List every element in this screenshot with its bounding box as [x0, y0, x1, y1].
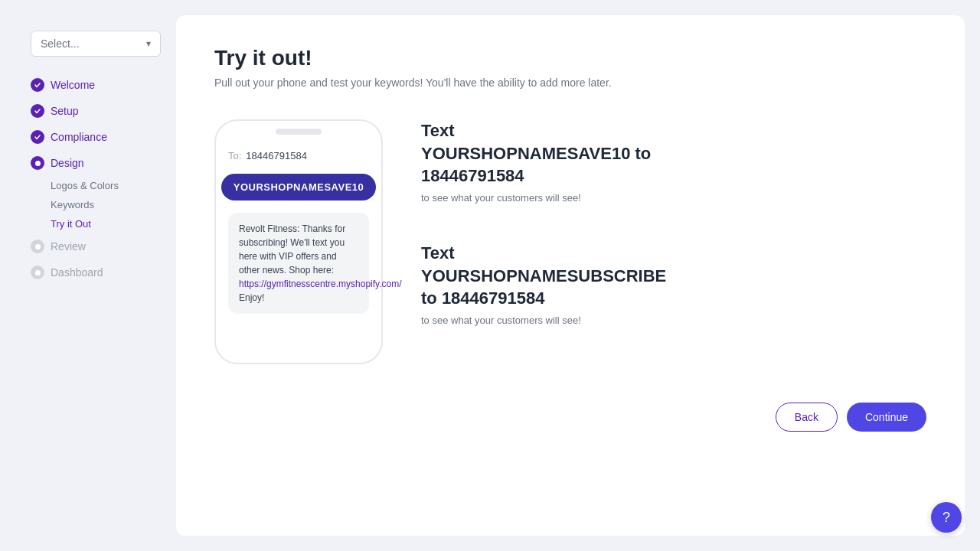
phone-response-end: Enjoy!: [239, 292, 264, 303]
sidebar-item-welcome-label: Welcome: [51, 79, 95, 91]
sidebar-item-design-label: Design: [51, 157, 84, 169]
select-dropdown-text: Select...: [41, 37, 80, 50]
sidebar-item-setup[interactable]: Setup: [15, 98, 176, 124]
chevron-down-icon: ▾: [146, 38, 151, 49]
help-button[interactable]: ?: [931, 502, 962, 533]
phone-notch: [276, 129, 322, 135]
phone-response-text: Revolt Fitness: Thanks for subscribing! …: [239, 223, 345, 276]
phone-mockup: To: 18446791584 YOURSHOPNAMESAVE10 Revol…: [214, 119, 383, 364]
back-button[interactable]: Back: [776, 403, 838, 432]
main-content: Try it out! Pull out your phone and test…: [176, 15, 965, 536]
phone-to-label: To:: [228, 150, 241, 161]
page-title: Try it out!: [214, 46, 926, 70]
phone-to-number: 18446791584: [246, 150, 307, 161]
info-section-2: Text YOURSHOPNAMESUBSCRIBE to 1844679158…: [421, 242, 926, 326]
sidebar: Select... ▾ Welcome Setup: [15, 15, 176, 536]
info-section-1: Text YOURSHOPNAMESAVE10 to 18446791584 t…: [421, 119, 926, 204]
info-section-2-sub: to see what your customers will see!: [421, 315, 926, 326]
sidebar-item-welcome[interactable]: Welcome: [15, 72, 176, 98]
phone-to-row: To: 18446791584: [228, 144, 369, 161]
help-icon: ?: [942, 510, 950, 526]
sidebar-subitem-keywords[interactable]: Keywords: [15, 195, 176, 214]
sidebar-item-compliance[interactable]: Compliance: [15, 124, 176, 150]
info-section-1-main: Text YOURSHOPNAMESAVE10 to 18446791584: [421, 119, 926, 187]
page-subtitle: Pull out your phone and test your keywor…: [214, 77, 926, 89]
bottom-actions: Back Continue: [214, 403, 926, 432]
continue-button[interactable]: Continue: [847, 403, 926, 432]
sidebar-item-design[interactable]: Design: [15, 150, 176, 176]
content-area: To: 18446791584 YOURSHOPNAMESAVE10 Revol…: [214, 119, 926, 364]
phone-response-link: https://gymfitnesscentre.myshopify.com/: [239, 279, 402, 289]
sidebar-item-review-label: Review: [51, 240, 86, 253]
check-icon-setup: [31, 104, 44, 118]
phone-keyword-bubble: YOURSHOPNAMESAVE10: [221, 174, 377, 201]
sidebar-item-setup-label: Setup: [51, 105, 79, 117]
info-section-2-main: Text YOURSHOPNAMESUBSCRIBE to 1844679158…: [421, 242, 926, 310]
check-icon-welcome: [31, 78, 44, 92]
phone-response-bubble: Revolt Fitness: Thanks for subscribing! …: [228, 213, 369, 314]
sidebar-subitem-logos-colors[interactable]: Logos & Colors: [15, 176, 176, 195]
sidebar-item-review: Review: [15, 233, 176, 259]
sidebar-item-compliance-label: Compliance: [51, 131, 107, 143]
dot-icon-dashboard: [31, 266, 44, 279]
info-sections: Text YOURSHOPNAMESAVE10 to 18446791584 t…: [421, 119, 926, 326]
sidebar-item-dashboard: Dashboard: [15, 259, 176, 285]
sidebar-item-dashboard-label: Dashboard: [51, 266, 103, 279]
sidebar-subitem-try-it-out[interactable]: Try it Out: [15, 214, 176, 233]
dot-icon-design: [31, 156, 44, 170]
page-wrapper: Select... ▾ Welcome Setup: [15, 15, 965, 536]
dot-icon-review: [31, 240, 44, 253]
info-section-1-sub: to see what your customers will see!: [421, 192, 926, 204]
check-icon-compliance: [31, 130, 44, 144]
select-dropdown[interactable]: Select... ▾: [31, 31, 161, 57]
